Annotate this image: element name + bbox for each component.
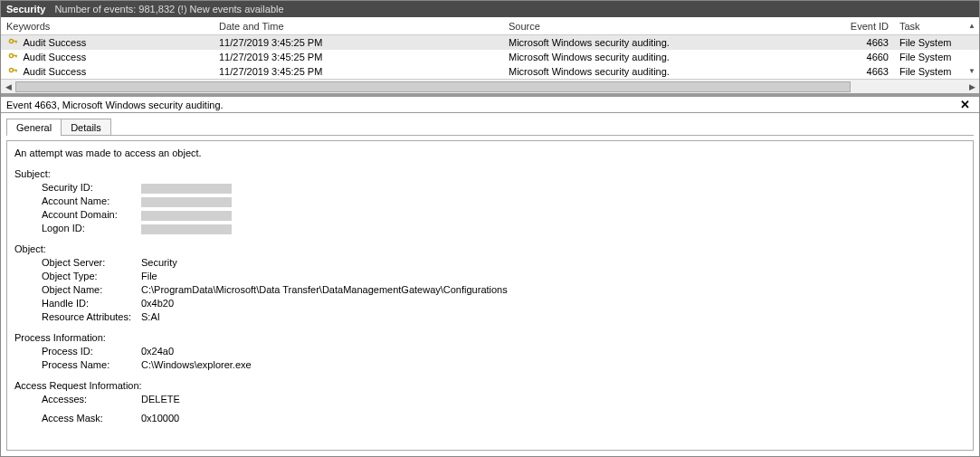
log-status: Number of events: 981,832 (!) New events… — [54, 1, 283, 17]
table-row[interactable]: Audit Success 11/27/2019 3:45:25 PM Micr… — [1, 35, 979, 50]
section-process-title: Process Information: — [14, 331, 966, 345]
event-viewer-window: Security Number of events: 981,832 (!) N… — [0, 0, 980, 457]
titlebar: Security Number of events: 981,832 (!) N… — [1, 1, 979, 17]
section-object-title: Object: — [14, 243, 966, 256]
cell-datetime: 11/27/2019 3:45:25 PM — [214, 64, 503, 79]
redacted-value — [141, 197, 232, 207]
tab-general[interactable]: General — [6, 119, 62, 136]
scrollbar-track[interactable] — [15, 80, 965, 94]
label-process-id: Process ID: — [14, 345, 141, 358]
table-row[interactable]: Audit Success 11/27/2019 3:45:25 PM Micr… — [1, 50, 979, 64]
value-resource-attributes: S:AI — [141, 310, 966, 324]
detail-pane-header: Event 4663, Microsoft Windows security a… — [1, 95, 979, 113]
redacted-value — [141, 211, 232, 221]
horizontal-scrollbar[interactable]: ◀ ▶ — [1, 79, 979, 93]
column-header-row: Keywords Date and Time Source Event ID T… — [1, 17, 979, 35]
label-object-name: Object Name: — [14, 283, 141, 297]
label-object-type: Object Type: — [14, 270, 141, 283]
value-access-mask: 0x10000 — [141, 412, 966, 425]
cell-datetime: 11/27/2019 3:45:25 PM — [214, 35, 503, 50]
column-header-source[interactable]: Source — [503, 17, 844, 34]
label-account-domain: Account Domain: — [14, 208, 141, 222]
chevron-down-icon: ▼ — [968, 68, 975, 75]
event-rows: Audit Success 11/27/2019 3:45:25 PM Micr… — [1, 35, 979, 79]
table-row[interactable]: Audit Success 11/27/2019 3:45:25 PM Micr… — [1, 64, 979, 79]
detail-title: Event 4663, Microsoft Windows security a… — [6, 96, 224, 114]
value-object-type: File — [141, 270, 966, 283]
label-access-mask: Access Mask: — [14, 412, 141, 425]
svg-rect-2 — [15, 41, 16, 43]
key-icon — [6, 51, 19, 61]
detail-body: An attempt was made to access an object.… — [6, 140, 974, 451]
cell-source: Microsoft Windows security auditing. — [503, 35, 844, 50]
scrollbar-thumb[interactable] — [15, 81, 851, 92]
event-list-pane: Keywords Date and Time Source Event ID T… — [1, 17, 979, 95]
scroll-left-button[interactable]: ◀ — [1, 80, 15, 94]
tab-details[interactable]: Details — [61, 119, 111, 136]
cell-source: Microsoft Windows security auditing. — [503, 50, 844, 64]
redacted-value — [141, 224, 232, 234]
redacted-value — [141, 184, 232, 194]
value-object-server: Security — [141, 256, 966, 270]
label-security-id: Security ID: — [14, 181, 141, 195]
value-process-name: C:\Windows\explorer.exe — [141, 358, 966, 372]
key-icon — [6, 36, 19, 46]
label-handle-id: Handle ID: — [14, 297, 141, 310]
scroll-right-button[interactable]: ▶ — [965, 80, 979, 94]
cell-keywords: Audit Success — [23, 52, 86, 62]
label-process-name: Process Name: — [14, 358, 141, 372]
detail-tabs: General Details — [1, 113, 979, 136]
column-header-taskcategory[interactable]: Task Category — [894, 17, 965, 34]
value-object-name: C:\ProgramData\Microsoft\Data Transfer\D… — [141, 283, 966, 297]
column-header-keywords[interactable]: Keywords — [1, 17, 214, 34]
cell-taskcategory: File System — [894, 64, 965, 79]
section-access-title: Access Request Information: — [14, 379, 966, 393]
cell-eventid: 4660 — [844, 50, 894, 64]
cell-keywords: Audit Success — [23, 66, 86, 77]
value-process-id: 0x24a0 — [141, 345, 966, 358]
section-subject-title: Subject: — [14, 167, 966, 181]
detail-intro: An attempt was made to access an object. — [14, 147, 966, 160]
cell-taskcategory: File System — [894, 50, 965, 64]
chevron-up-icon: ▲ — [968, 23, 975, 30]
cell-source: Microsoft Windows security auditing. — [503, 64, 844, 79]
svg-rect-8 — [15, 70, 16, 72]
label-object-server: Object Server: — [14, 256, 141, 270]
svg-rect-5 — [15, 55, 16, 58]
value-handle-id: 0x4b20 — [141, 297, 966, 310]
cell-datetime: 11/27/2019 3:45:25 PM — [214, 50, 503, 64]
close-detail-button[interactable]: ✕ — [956, 96, 974, 114]
log-name: Security — [6, 1, 45, 17]
scroll-up-button[interactable]: ▲ — [965, 17, 979, 34]
column-header-eventid[interactable]: Event ID — [844, 17, 894, 34]
label-resource-attributes: Resource Attributes: — [14, 310, 141, 324]
key-icon — [6, 65, 19, 75]
label-logon-id: Logon ID: — [14, 222, 141, 235]
scroll-down-button[interactable]: ▼ — [965, 64, 979, 79]
label-accesses: Accesses: — [14, 393, 141, 406]
column-header-datetime[interactable]: Date and Time — [214, 17, 503, 34]
cell-keywords: Audit Success — [23, 37, 86, 48]
cell-eventid: 4663 — [844, 64, 894, 79]
close-icon: ✕ — [960, 98, 970, 111]
value-accesses: DELETE — [141, 393, 966, 406]
cell-taskcategory: File System — [894, 35, 965, 50]
label-account-name: Account Name: — [14, 195, 141, 208]
cell-eventid: 4663 — [844, 35, 894, 50]
